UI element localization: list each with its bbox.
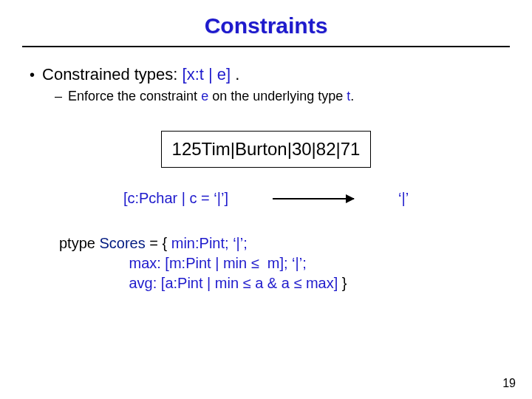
example-box: 125Tim|Burton|30|82|71 [161, 131, 372, 168]
arrow-icon [273, 198, 354, 200]
dash-icon: – [55, 89, 62, 104]
pt-line1: min:Pint; ‘|’; [171, 235, 248, 251]
bullet-prefix: Constrained types: [42, 65, 183, 83]
pt-close: } [338, 275, 347, 291]
constraint-expr: [c:Pchar | c = ‘|’] [123, 190, 228, 207]
slide: Constraints • Constrained types: [x:t | … [0, 0, 532, 399]
sub-t1: Enforce the constraint [68, 89, 201, 103]
subbullet-enforce: – Enforce the constraint e on the underl… [55, 89, 502, 104]
example-box-wrap: 125Tim|Burton|30|82|71 [30, 104, 502, 190]
ptype-definition: ptype Scores = { min:Pint; ‘|’; max: [m:… [59, 233, 502, 293]
bullet-code: [x:t | e] [183, 65, 231, 83]
bullet-constrained-types: • Constrained types: [x:t | e] . [30, 65, 502, 84]
constraint-result: ‘|’ [398, 190, 409, 207]
pt-line2: max: [m:Pint | min ≤ m]; ‘|’; [129, 255, 306, 271]
slide-title: Constraints [0, 0, 532, 38]
sub-e: e [201, 89, 208, 103]
bullet-text: Constrained types: [x:t | e] . [42, 65, 239, 84]
bullet-dot-icon: • [30, 66, 35, 83]
derivation-row: [c:Pchar | c = ‘|’] ‘|’ [30, 190, 502, 207]
page-number: 19 [502, 377, 516, 390]
subbullet-text: Enforce the constraint e on the underlyi… [68, 89, 354, 104]
sub-t2: on the underlying type [208, 89, 347, 103]
pt-line3: avg: [a:Pint | min ≤ a & a ≤ max] [129, 275, 338, 291]
pt-name: Scores [99, 235, 145, 251]
pt-eq: = { [146, 235, 171, 251]
pt-kw: ptype [59, 235, 99, 251]
sub-t3: . [350, 89, 354, 103]
bullet-suffix: . [231, 65, 239, 83]
slide-body: • Constrained types: [x:t | e] . – Enfor… [0, 47, 532, 293]
